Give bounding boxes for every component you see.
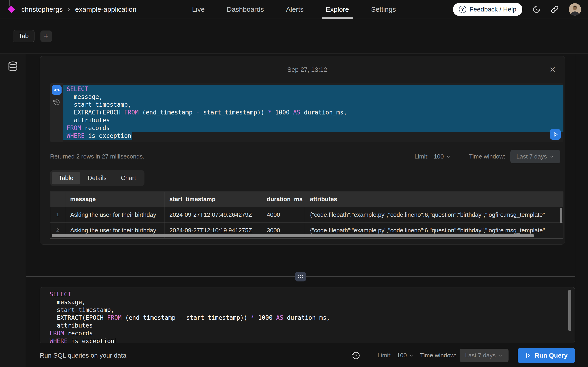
query-tab[interactable]: Tab (13, 30, 35, 42)
editor-hint: Run SQL queries on your data (40, 352, 352, 359)
sql-keyword: FROM (50, 330, 64, 337)
sql-editor-panel: SELECT message, start_timestamp, EXTRACT… (40, 287, 575, 343)
nav-item-settings[interactable]: Settings (371, 0, 396, 19)
limit-value: 100 (434, 153, 444, 160)
chevron-right-icon (66, 6, 72, 12)
view-tab-details[interactable]: Details (81, 172, 114, 184)
database-schema-icon[interactable] (8, 61, 18, 72)
cell-message: Asking the user for their birthday (65, 207, 164, 223)
time-window-value: Last 7 days (516, 153, 547, 160)
column-header-message: message (65, 192, 164, 207)
result-table: messagestart_timestampduration_msattribu… (50, 192, 563, 238)
limit-dropdown[interactable]: 100 (397, 352, 414, 359)
logo-pin (9, 0, 10, 6)
editor-scrollbar[interactable] (568, 290, 571, 331)
top-nav: christophergs example-application Live D… (0, 0, 588, 19)
sql-text: message, (67, 93, 103, 100)
nav-item-alerts[interactable]: Alerts (286, 0, 304, 19)
table-header-row: messagestart_timestampduration_msattribu… (50, 192, 563, 207)
sql-preview-code[interactable]: SELECT message, start_timestamp, EXTRACT… (63, 83, 563, 142)
limit-dropdown[interactable]: 100 (434, 153, 451, 160)
run-selection-button[interactable] (550, 129, 561, 140)
code-line: message, (63, 93, 563, 101)
limit-label: Limit: (377, 352, 392, 359)
code-line: start_timestamp, (46, 306, 575, 314)
sql-preview-block: <> SELECT message, start_timestamp, EXTR… (50, 83, 563, 142)
sql-text: records (81, 125, 110, 131)
limit-label: Limit: (415, 153, 429, 160)
column-header-start_timestamp: start_timestamp (164, 192, 262, 207)
column-header-duration_ms: duration_ms (262, 192, 305, 207)
sql-text: is_exception (68, 338, 114, 343)
code-line: FROM records (63, 124, 563, 132)
result-controls: Limit: 100 Time window: Last 7 days (415, 150, 560, 163)
sql-keyword: FROM (124, 109, 138, 116)
chevron-down-icon (446, 154, 451, 159)
feedback-help-button[interactable]: ? Feedback / Help (453, 3, 522, 16)
sql-text: duration_ms, (300, 109, 347, 116)
cell-attributes: {"code.filepath":"example.py","code.line… (305, 207, 563, 223)
nav-item-live[interactable]: Live (192, 0, 205, 19)
question-icon: ? (459, 6, 466, 13)
row-number: 1 (50, 207, 65, 223)
limit-value: 100 (397, 352, 407, 359)
query-history-icon[interactable] (53, 99, 60, 106)
breadcrumb-org[interactable]: christophergs (21, 6, 63, 13)
sql-text: EXTRACT(EPOCH (67, 109, 124, 116)
user-avatar[interactable] (569, 3, 581, 16)
chevron-down-icon (498, 353, 503, 358)
sql-keyword: SELECT (50, 291, 71, 298)
sql-text: (end_timestamp (138, 109, 196, 116)
cell-start_timestamp: 2024-09-27T12:07:49.264279Z (164, 207, 262, 223)
sql-keyword: WHERE (67, 132, 85, 139)
sql-keyword: * (251, 314, 255, 321)
logfire-logo-icon[interactable] (8, 6, 15, 13)
nav-menu: Live Dashboards Alerts Explore Settings (192, 0, 396, 19)
code-line: SELECT (63, 85, 563, 93)
nav-item-explore[interactable]: Explore (326, 0, 349, 19)
history-icon[interactable] (352, 351, 360, 360)
close-icon[interactable]: × (550, 65, 556, 75)
code-line: EXTRACT(EPOCH FROM (end_timestamp - star… (63, 108, 563, 116)
time-window-dropdown[interactable]: Last 7 days (510, 150, 560, 163)
share-link-icon[interactable] (551, 6, 559, 13)
sql-text: 1000 (254, 314, 276, 321)
run-query-button[interactable]: Run Query (518, 348, 575, 363)
nav-item-dashboards[interactable]: Dashboards (227, 0, 264, 19)
left-sidebar (0, 54, 26, 367)
column-header-attributes: attributes (305, 192, 563, 207)
sql-text: message, (50, 299, 86, 306)
result-view-tabs: Table Details Chart (50, 170, 145, 186)
table-row[interactable]: 1Asking the user for their birthday2024-… (50, 207, 563, 223)
pane-divider (26, 276, 575, 277)
theme-moon-icon[interactable] (532, 5, 541, 14)
time-window-value: Last 7 days (465, 352, 496, 359)
sql-keyword: FROM (107, 314, 121, 321)
time-window-dropdown[interactable]: Last 7 days (460, 349, 509, 362)
resize-handle[interactable] (295, 272, 306, 282)
view-tab-table[interactable]: Table (52, 172, 80, 184)
app-root: christophergs example-application Live D… (0, 0, 588, 367)
sql-keyword: AS (293, 109, 300, 116)
main-area: Sep 27, 13:12 × <> SELECT message, start… (0, 54, 588, 367)
result-meta-row: Returned 2 rows in 27 milliseconds. Limi… (50, 150, 564, 163)
time-window-label: Time window: (420, 352, 456, 359)
sql-text: 1000 (271, 109, 293, 116)
sql-text: attributes (67, 117, 110, 124)
view-tab-chart[interactable]: Chart (114, 172, 143, 184)
sql-text: (end_timestamp (121, 314, 179, 321)
sql-text: start_timestamp)) (183, 314, 251, 321)
code-line: WHERE is_exception (46, 337, 575, 343)
row-number-header (50, 192, 65, 207)
time-window-label: Time window: (469, 153, 505, 160)
nav-right: ? Feedback / Help (453, 3, 581, 16)
code-line: FROM records (46, 330, 575, 337)
sql-editor-code[interactable]: SELECT message, start_timestamp, EXTRACT… (46, 291, 575, 343)
breadcrumb-project[interactable]: example-application (75, 6, 137, 13)
vertical-scrollbar[interactable] (560, 208, 562, 223)
content-area: Sep 27, 13:12 × <> SELECT message, start… (26, 54, 588, 367)
code-view-button[interactable]: <> (52, 85, 61, 95)
add-tab-button[interactable]: + (40, 31, 52, 42)
sql-text: EXTRACT(EPOCH (50, 314, 107, 321)
horizontal-scrollbar[interactable] (52, 234, 534, 237)
